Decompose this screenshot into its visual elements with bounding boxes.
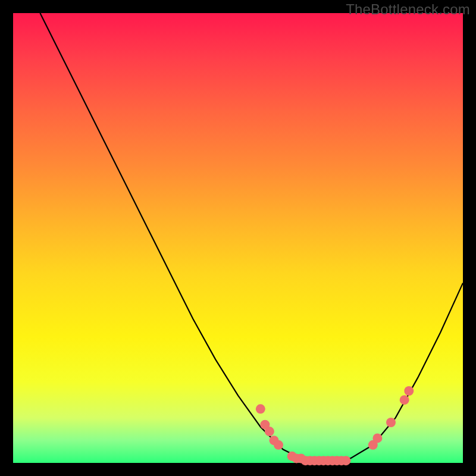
data-point xyxy=(372,433,382,443)
data-markers xyxy=(256,386,414,465)
data-point xyxy=(274,440,283,450)
data-point xyxy=(400,395,409,405)
data-point xyxy=(404,386,414,396)
data-point xyxy=(386,418,396,427)
data-point xyxy=(341,456,350,465)
bottleneck-curve-chart xyxy=(13,13,463,463)
bottleneck-curve xyxy=(40,13,463,463)
data-point xyxy=(265,427,274,436)
data-point xyxy=(256,404,265,414)
